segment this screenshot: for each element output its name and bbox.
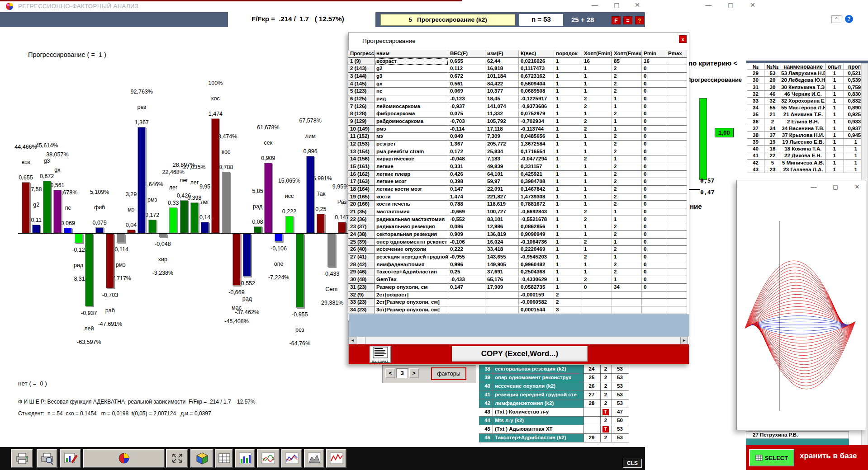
- pie-chart-button[interactable]: [83, 449, 165, 468]
- factor-list-row[interactable]: 46Таксотер+Адрибластин (k2)29253: [479, 434, 629, 442]
- factor-list-row[interactable]: 43(Txt ) Количество л-уT47: [479, 408, 629, 417]
- expand-arrows-button[interactable]: [166, 449, 188, 468]
- weights-row[interactable]: 3 (144)g30,672101,1840,67231621120: [348, 73, 687, 80]
- patient-row[interactable]: 412222 Дикова Е.Н.11: [747, 152, 868, 159]
- patient-row[interactable]: 295353 Лаврухина Н.В.10,5212: [747, 70, 868, 77]
- weights-row[interactable]: 15 (161)легкие0,33149,8390,3311571120: [348, 163, 687, 171]
- dialog-hscrollbar[interactable]: ◄ ►: [349, 337, 689, 344]
- scroll-left-icon[interactable]: ◄: [349, 337, 356, 344]
- patient-row[interactable]: 432323 Галаева Л.А.11: [747, 166, 868, 173]
- weights-row[interactable]: 9 (129)рабдомиосаркома-0,703105,792-0,70…: [348, 118, 687, 126]
- patient-row-fragment-teal[interactable]: [746, 439, 849, 445]
- weights-row[interactable]: 27 (41)резекция передней грудной-0,95514…: [348, 254, 687, 261]
- f-button[interactable]: F: [612, 16, 621, 24]
- dialog-close-icon[interactable]: x: [679, 35, 687, 43]
- weights-row[interactable]: 23 (37)радикальная резекция0,08612,9860,…: [348, 223, 687, 231]
- weights-row[interactable]: 30 (48)GemTax-0,43365,176-0,43306291210: [348, 276, 687, 284]
- weights-row[interactable]: 2 (143)g20,11216,8180,11174731120: [348, 65, 687, 73]
- patient-row[interactable]: 4255 Миничева А.В.11: [747, 160, 868, 166]
- factor-list-row[interactable]: 38секторальная резекция (k2)24253: [479, 365, 629, 374]
- line-chart-button[interactable]: [281, 449, 302, 468]
- weights-row[interactable]: 13 (154)рмэ реекбгм ctram0,17225,8340,17…: [348, 148, 687, 156]
- help-icon[interactable]: ?: [845, 15, 853, 23]
- patient-row[interactable]: 383737 Крылова Н.И.10,9455: [747, 132, 868, 139]
- weights-row[interactable]: 17 (163)легкие мозг0,39859,970,398470811…: [348, 178, 687, 186]
- factor-list-row[interactable]: 44Mts л-у (k2)250: [479, 417, 629, 425]
- factor-list-row[interactable]: 39опер одномомент реконструк25253: [479, 374, 629, 382]
- minimize-icon[interactable]: —: [588, 1, 602, 10]
- close-icon[interactable]: ✕: [850, 183, 864, 192]
- print-button[interactable]: [11, 449, 33, 468]
- weights-row[interactable]: 25 (39)опер одномоментн реконст-0,10616,…: [348, 239, 687, 246]
- patient-row[interactable]: 333232 Хорохорина Е.В.10,8327: [747, 98, 868, 104]
- patient-row[interactable]: 302020 Лебедева Ю.Н.10,5390: [747, 77, 868, 84]
- weights-row[interactable]: 1 (9)возраст0,65562,440,02160261168516: [348, 58, 687, 66]
- chevron-up-icon[interactable]: ^: [831, 15, 841, 23]
- weights-row[interactable]: 4 (145)gx0,56184,4220,56094041120: [348, 80, 687, 88]
- weights-row[interactable]: 16 (162)легкие плевр0,42664,1010,4259211…: [348, 171, 687, 179]
- patient-row[interactable]: 324646 Черняк И.С.10,8308: [747, 91, 868, 98]
- maximize-icon[interactable]: ▢: [724, 1, 737, 10]
- factor-list-row[interactable]: 41резекция передней грудной сте27253: [479, 391, 629, 400]
- weights-row[interactable]: 5 (123)пс0,06910,3770,06895081120: [348, 88, 687, 95]
- weights-row[interactable]: 29 (46)Таксотер+Адрибластин0,2537,6910,2…: [348, 268, 687, 276]
- close-icon[interactable]: ✕: [631, 1, 644, 10]
- patient-row[interactable]: 373434 Васенина Т.В.10,9372: [747, 125, 868, 132]
- area-chart-button[interactable]: [304, 449, 324, 468]
- weights-row[interactable]: 14 (156)хирургическое-0,0487,183-0,04772…: [348, 155, 687, 163]
- weights-row[interactable]: 24 (38)секторальная резекция0,909136,819…: [348, 231, 687, 239]
- scroll-right-icon[interactable]: ►: [680, 337, 688, 344]
- prev-page-button[interactable]: <: [385, 368, 395, 378]
- minimize-icon[interactable]: —: [702, 1, 715, 10]
- patient-row[interactable]: 345555 Мастерова Л.Н.10,8906: [747, 104, 868, 111]
- vyborka-button[interactable]: ВЫБОРКА: [370, 346, 391, 363]
- weights-row[interactable]: 22 (36)радикальная мастэктомия-0,55283,1…: [348, 216, 687, 224]
- patient-row[interactable]: 352121 Аникина Т.Е.10,9255: [747, 111, 868, 118]
- weights-row[interactable]: 19 (165)кости1,474221,8271,47393081120: [348, 193, 687, 201]
- factor-list-row[interactable]: 42лимфаденэктомия (k2)28253: [479, 400, 629, 408]
- patient-row[interactable]: 3622 Елина В.Н.10,9335: [747, 118, 868, 125]
- patient-row[interactable]: 391919 Лысенко Е.В.11: [747, 139, 868, 146]
- red-line-chart-button[interactable]: [326, 449, 346, 468]
- factor-list-row[interactable]: 40иссечение опухоли (k2)26253: [479, 382, 629, 391]
- close-icon[interactable]: ✕: [746, 1, 759, 10]
- help-button[interactable]: ?: [635, 16, 644, 24]
- grid-button[interactable]: [215, 449, 233, 468]
- weights-row[interactable]: 34 (23)3ст[Размер опухоли, см]0,00015443: [348, 306, 687, 314]
- weights-row[interactable]: 12 (153)резгрст1,367205,7721,36725841120: [348, 141, 687, 148]
- maximize-icon[interactable]: ▢: [610, 1, 623, 10]
- patient-row-fragment[interactable]: 27 Петрухина Р.В.: [746, 431, 849, 439]
- curves-button[interactable]: [257, 449, 280, 468]
- cube-3d-button[interactable]: [190, 449, 213, 468]
- cls-button[interactable]: CLS: [623, 459, 642, 468]
- factors-button[interactable]: факторы: [431, 367, 466, 380]
- scroll-thumb[interactable]: [358, 337, 365, 344]
- save-to-db-label[interactable]: хранить в базе: [800, 451, 857, 461]
- print-preview-button[interactable]: [37, 449, 57, 468]
- weights-row[interactable]: 31 (23)Размер опухоли, см0,14717,9090,05…: [348, 284, 687, 291]
- weights-row[interactable]: 20 (166)кости печень0,788118,6190,788167…: [348, 201, 687, 208]
- copy-button[interactable]: COPY (Excel,Word...): [452, 346, 588, 362]
- maximize-icon[interactable]: ▢: [829, 183, 842, 192]
- select-button[interactable]: SELECT: [749, 449, 794, 466]
- minimize-icon[interactable]: —: [807, 183, 821, 192]
- equals-button[interactable]: =: [623, 16, 632, 24]
- weights-row[interactable]: 11 (152)мэ0,0497,3090,04856561120: [348, 133, 687, 141]
- weights-row[interactable]: 6 (125)рид-0,12318,45-0,12259171210: [348, 95, 687, 103]
- weights-row[interactable]: 26 (40)иссечение опухоли0,22233,4180,222…: [348, 246, 687, 254]
- weights-row[interactable]: 18 (164)легкие кости мозг0,14722,0910,14…: [348, 186, 687, 193]
- bar-chart-button[interactable]: [235, 449, 255, 468]
- selected-factor-box[interactable]: 5 Прогрессирование (k2): [380, 14, 515, 26]
- weights-row[interactable]: 7 (126)лейомиосаркома-0,937141,074-0,937…: [348, 103, 687, 111]
- patient-row[interactable]: 313030 Князькина Т.Э.10,7596: [747, 84, 868, 91]
- weights-row[interactable]: 10 (149)рмэ-0,11417,118-0,1137441210: [348, 126, 687, 133]
- weights-row[interactable]: 28 (42)лимфаденэктомия0,996149,9050,9960…: [348, 261, 687, 269]
- chart-edit-button[interactable]: [60, 449, 81, 468]
- weights-row[interactable]: 33 (23)2ст[Размер опухоли, см]-0,0060582…: [348, 299, 687, 306]
- factor-list-row[interactable]: 45(Txt ) Адьювантная ХТT53: [479, 425, 629, 434]
- next-page-button[interactable]: >: [409, 368, 419, 378]
- weights-row[interactable]: 32 (9)2ст[возраст]-0,0001592: [348, 291, 687, 299]
- patient-row[interactable]: 401818 Кожина Т.А.11: [747, 146, 868, 152]
- weights-row[interactable]: 21 (35)мастэктомия-0,669100,727-0,669284…: [348, 208, 687, 216]
- weights-row[interactable]: 8 (128)фибросаркома0,07511,3320,07529791…: [348, 110, 687, 118]
